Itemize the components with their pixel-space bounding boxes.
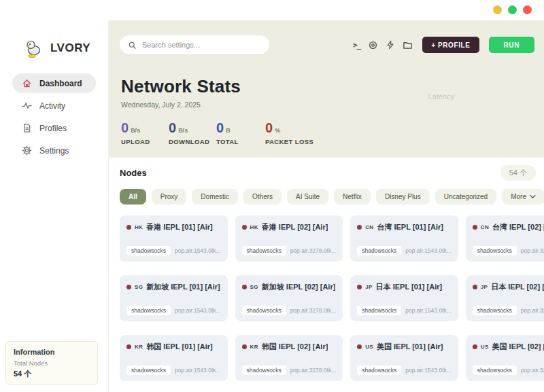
node-card[interactable]: KR韩国 IEPL [02] [Air] shadowsockspop.air.…: [235, 335, 343, 381]
total-label: TOTAL: [216, 138, 265, 145]
app-logo: LVORY: [0, 20, 108, 58]
node-status-dot: [473, 285, 477, 289]
app-title: LVORY: [50, 41, 90, 55]
filter-chip-disney-plus[interactable]: Disney Plus: [376, 189, 430, 204]
node-name: 日本 IEPL [02] [Air]: [491, 282, 544, 292]
node-country-code: JP: [481, 284, 488, 290]
node-host: pop.air.1543.0tk...: [175, 367, 221, 374]
node-name: 香港 IEPL [01] [Air]: [146, 222, 213, 232]
sidebar-item-label: Dashboard: [39, 79, 82, 88]
download-label: DOWNLOAD: [169, 138, 216, 145]
node-host: pop.air.1543.0tk...: [405, 367, 452, 374]
sidebar-item-label: Settings: [39, 146, 69, 156]
node-country-code: KR: [250, 344, 258, 350]
filter-chip-all[interactable]: All: [120, 189, 146, 204]
eye-icon[interactable]: [368, 40, 378, 50]
node-count-badge[interactable]: 54 个: [500, 165, 536, 181]
stat-packet-loss: 0 % PACKET LOSS: [265, 120, 313, 145]
node-country-code: US: [365, 344, 373, 350]
node-country-code: KR: [135, 344, 143, 350]
node-host: pop.air.3278.0tk...: [290, 367, 337, 374]
gear-icon: [22, 145, 32, 156]
node-card[interactable]: KR韩国 IEPL [01] [Air] shadowsockspop.air.…: [120, 335, 228, 381]
add-profile-button[interactable]: + PROFILE: [422, 37, 479, 53]
topbar: >_ + PROFILE RUN: [109, 20, 544, 54]
filter-chips: All Proxy Domestic Others AI Suite Netfl…: [120, 189, 536, 204]
sidebar-item-settings[interactable]: Settings: [12, 141, 96, 160]
node-card[interactable]: US美国 IEPL [01] [Air] shadowsockspop.air.…: [350, 335, 458, 381]
node-host: pop.air.1543.0tk...: [405, 307, 452, 314]
download-value: 0: [169, 120, 176, 136]
upload-label: UPLOAD: [121, 138, 169, 145]
node-status-dot: [473, 344, 477, 349]
sidebar-item-dashboard[interactable]: Dashboard: [12, 73, 96, 93]
stat-total: 0 B TOTAL: [216, 120, 265, 145]
node-card[interactable]: JP日本 IEPL [01] [Air] shadowsockspop.air.…: [350, 275, 458, 321]
document-icon: [22, 123, 32, 133]
filter-chip-uncategorized[interactable]: Uncategorized: [435, 189, 496, 204]
node-card[interactable]: HK香港 IEPL [02] [Air] shadowsockspop.air.…: [235, 215, 343, 262]
node-card[interactable]: US美国 IEPL [02] [Air] shadowsockspop.air.…: [466, 335, 544, 381]
filter-chip-domestic[interactable]: Domestic: [192, 189, 238, 204]
page-title: Network Stats: [121, 76, 544, 97]
filter-chip-proxy[interactable]: Proxy: [152, 189, 187, 204]
upload-unit: B/s: [131, 127, 140, 134]
information-title: Information: [14, 348, 90, 356]
node-card[interactable]: SG新加坡 IEPL [02] [Air] shadowsockspop.air…: [235, 275, 343, 321]
filter-chip-others[interactable]: Others: [243, 189, 282, 204]
folder-icon[interactable]: [403, 40, 413, 50]
node-host: pop.air.3278.0tk...: [521, 367, 544, 374]
node-status-dot: [357, 225, 362, 230]
node-card[interactable]: JP日本 IEPL [02] [Air] shadowsockspop.air.…: [466, 275, 544, 321]
maximize-button[interactable]: [508, 5, 517, 14]
node-card[interactable]: CN台湾 IEPL [01] [Air] shadowsockspop.air.…: [350, 215, 458, 262]
terminal-icon[interactable]: >_: [353, 41, 360, 50]
stats-row: 0 B/s UPLOAD 0 B/s DOWNLOAD 0 B: [121, 120, 544, 145]
run-button[interactable]: RUN: [489, 37, 534, 53]
node-protocol-tag: shadowsocks: [242, 246, 286, 255]
duck-logo-icon: [23, 38, 44, 58]
app-window: LVORY Dashboard Activity: [0, 0, 544, 392]
filter-chip-more-label: More: [511, 193, 526, 200]
node-name: 新加坡 IEPL [02] [Air]: [262, 282, 336, 292]
sidebar-item-label: Activity: [39, 101, 65, 111]
sidebar: LVORY Dashboard Activity: [0, 20, 109, 392]
stat-upload: 0 B/s UPLOAD: [121, 120, 169, 145]
node-protocol-tag: shadowsocks: [473, 306, 517, 315]
minimize-button[interactable]: [493, 5, 502, 14]
node-name: 韩国 IEPL [02] [Air]: [262, 342, 328, 352]
stat-download: 0 B/s DOWNLOAD: [169, 120, 216, 145]
node-status-dot: [242, 344, 247, 349]
node-country-code: CN: [365, 224, 373, 230]
titlebar: [0, 0, 544, 20]
filter-chip-ai-suite[interactable]: AI Suite: [287, 189, 328, 204]
node-country-code: CN: [481, 224, 489, 230]
node-country-code: SG: [135, 284, 143, 290]
node-grid: HK香港 IEPL [01] [Air] shadowsockspop.air.…: [120, 215, 536, 381]
packet-loss-value: 0: [265, 120, 273, 136]
total-nodes-value: 54 个: [14, 369, 90, 379]
filter-chip-more[interactable]: More: [502, 189, 544, 204]
close-button[interactable]: [523, 5, 532, 14]
node-name: 韩国 IEPL [01] [Air]: [146, 342, 213, 352]
search-input[interactable]: [142, 41, 261, 49]
sidebar-item-activity[interactable]: Activity: [12, 96, 96, 115]
node-card[interactable]: SG新加坡 IEPL [01] [Air] shadowsockspop.air…: [120, 275, 228, 321]
sidebar-item-label: Profiles: [39, 124, 67, 133]
search-icon: [128, 41, 137, 50]
node-country-code: JP: [365, 284, 372, 290]
node-status-dot: [242, 285, 247, 289]
packet-loss-label: PACKET LOSS: [265, 138, 313, 145]
node-protocol-tag: shadowsocks: [126, 306, 171, 315]
node-protocol-tag: shadowsocks: [357, 246, 401, 255]
node-protocol-tag: shadowsocks: [242, 306, 286, 315]
node-card[interactable]: CN台湾 IEPL [02] [Air] shadowsockspop.air.…: [466, 215, 544, 262]
sidebar-item-profiles[interactable]: Profiles: [12, 118, 96, 138]
node-status-dot: [473, 225, 477, 230]
search-bar[interactable]: [120, 35, 269, 54]
node-country-code: HK: [135, 224, 143, 230]
node-host: pop.air.3278.0tk...: [521, 247, 544, 254]
lightning-icon[interactable]: [386, 40, 395, 50]
filter-chip-netflix[interactable]: Netflix: [334, 189, 371, 204]
node-card[interactable]: HK香港 IEPL [01] [Air] shadowsockspop.air.…: [120, 215, 228, 262]
